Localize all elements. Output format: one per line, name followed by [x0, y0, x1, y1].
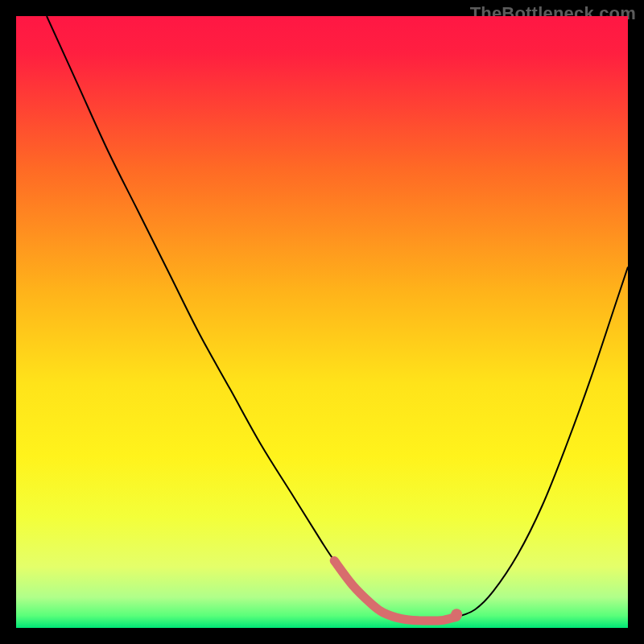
- optimal-point: [451, 609, 462, 620]
- chart-container: TheBottleneck.com: [0, 0, 644, 644]
- gradient-background: [16, 16, 628, 628]
- plot-area: [16, 16, 628, 628]
